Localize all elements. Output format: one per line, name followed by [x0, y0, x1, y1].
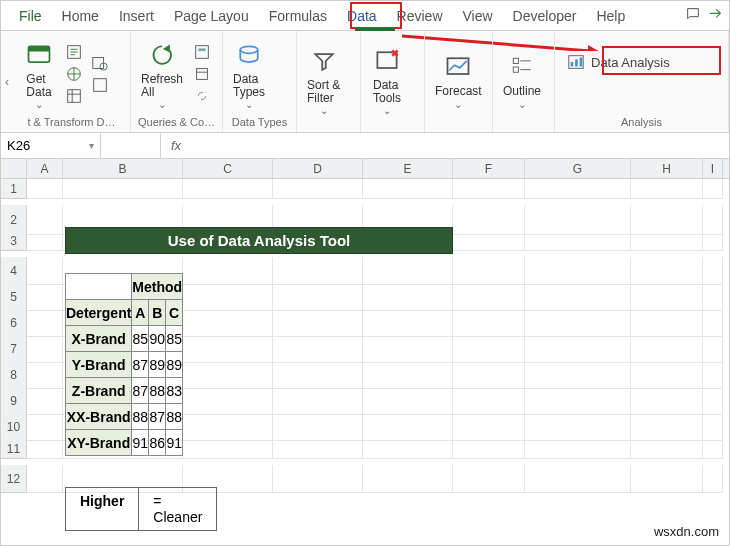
- row-header-7[interactable]: 7: [1, 335, 27, 363]
- tab-home[interactable]: Home: [52, 2, 109, 30]
- get-data-button[interactable]: Get Data⌄: [19, 37, 59, 112]
- row-header-12[interactable]: 12: [1, 465, 27, 493]
- cell[interactable]: [27, 413, 63, 441]
- cell[interactable]: [631, 309, 703, 337]
- tab-insert[interactable]: Insert: [109, 2, 164, 30]
- cell[interactable]: [27, 231, 63, 251]
- cell[interactable]: [183, 413, 273, 441]
- cell[interactable]: [703, 465, 723, 493]
- cell[interactable]: [703, 413, 723, 441]
- row-header-8[interactable]: 8: [1, 361, 27, 389]
- recent-sources-icon[interactable]: [91, 54, 111, 74]
- cell[interactable]: [631, 179, 703, 199]
- fx-icon[interactable]: fx: [161, 138, 191, 153]
- cell[interactable]: [525, 335, 631, 363]
- cell[interactable]: [453, 231, 525, 251]
- cell[interactable]: [183, 361, 273, 389]
- outline-button[interactable]: Outline⌄: [499, 49, 545, 111]
- from-web-icon[interactable]: [65, 65, 85, 85]
- cell[interactable]: [27, 283, 63, 311]
- cell[interactable]: [453, 309, 525, 337]
- cell[interactable]: [525, 439, 631, 459]
- row-header-6[interactable]: 6: [1, 309, 27, 337]
- tab-file[interactable]: File: [9, 2, 52, 30]
- cell[interactable]: [273, 283, 363, 311]
- col-header-I[interactable]: I: [703, 159, 723, 178]
- cell[interactable]: [453, 439, 525, 459]
- cell[interactable]: [363, 387, 453, 415]
- cell[interactable]: [453, 179, 525, 199]
- cell[interactable]: [703, 335, 723, 363]
- cell[interactable]: [273, 465, 363, 493]
- tab-page-layout[interactable]: Page Layou: [164, 2, 259, 30]
- cell[interactable]: [631, 465, 703, 493]
- cell[interactable]: [703, 361, 723, 389]
- row-header-9[interactable]: 9: [1, 387, 27, 415]
- col-header-B[interactable]: B: [63, 159, 183, 178]
- cell[interactable]: [631, 257, 703, 285]
- share-icon[interactable]: [707, 6, 723, 25]
- data-types-button[interactable]: Data Types⌄: [229, 37, 269, 112]
- cell[interactable]: [453, 257, 525, 285]
- cell[interactable]: [273, 439, 363, 459]
- cell[interactable]: [703, 257, 723, 285]
- cell[interactable]: [363, 309, 453, 337]
- properties-icon[interactable]: [193, 65, 213, 85]
- cell[interactable]: [273, 179, 363, 199]
- cell[interactable]: [525, 387, 631, 415]
- cell[interactable]: [363, 283, 453, 311]
- cell[interactable]: [525, 179, 631, 199]
- cell[interactable]: [273, 257, 363, 285]
- cell[interactable]: [453, 335, 525, 363]
- col-header-G[interactable]: G: [525, 159, 631, 178]
- cell[interactable]: [27, 335, 63, 363]
- row-header-1[interactable]: 1: [1, 179, 27, 199]
- cell[interactable]: [273, 413, 363, 441]
- cell[interactable]: [27, 309, 63, 337]
- cell[interactable]: [27, 439, 63, 459]
- cell[interactable]: [27, 257, 63, 285]
- cell[interactable]: [363, 179, 453, 199]
- tab-help[interactable]: Help: [586, 2, 635, 30]
- forecast-button[interactable]: Forecast⌄: [431, 49, 486, 111]
- data-analysis-button[interactable]: Data Analysis: [561, 49, 676, 75]
- edit-links-icon[interactable]: [193, 87, 213, 107]
- queries-icon[interactable]: [193, 43, 213, 63]
- cell[interactable]: [453, 387, 525, 415]
- from-table-icon[interactable]: [65, 87, 85, 107]
- cell[interactable]: [183, 283, 273, 311]
- tab-review[interactable]: Review: [387, 2, 453, 30]
- cell[interactable]: [525, 283, 631, 311]
- tab-data[interactable]: Data: [337, 2, 387, 30]
- cell[interactable]: [273, 387, 363, 415]
- cell[interactable]: [453, 283, 525, 311]
- cell[interactable]: [27, 465, 63, 493]
- cell[interactable]: [27, 179, 63, 199]
- name-box[interactable]: K26▾: [1, 133, 101, 158]
- cell[interactable]: [363, 465, 453, 493]
- cell[interactable]: [183, 257, 273, 285]
- data-tools-button[interactable]: Data Tools⌄: [367, 43, 407, 118]
- row-header-3[interactable]: 3: [1, 231, 27, 251]
- cell[interactable]: [631, 231, 703, 251]
- cell[interactable]: [525, 309, 631, 337]
- cell[interactable]: [631, 283, 703, 311]
- cell[interactable]: [183, 439, 273, 459]
- col-header-E[interactable]: E: [363, 159, 453, 178]
- cell[interactable]: [363, 439, 453, 459]
- cell[interactable]: [363, 257, 453, 285]
- cell[interactable]: [273, 361, 363, 389]
- comments-icon[interactable]: [685, 6, 701, 25]
- existing-connections-icon[interactable]: [91, 76, 111, 96]
- cell[interactable]: [27, 361, 63, 389]
- col-header-H[interactable]: H: [631, 159, 703, 178]
- cell[interactable]: [453, 361, 525, 389]
- col-header-A[interactable]: A: [27, 159, 63, 178]
- cell[interactable]: [363, 361, 453, 389]
- row-header-11[interactable]: 11: [1, 439, 27, 459]
- row-header-4[interactable]: 4: [1, 257, 27, 285]
- cell[interactable]: [703, 231, 723, 251]
- select-all-triangle[interactable]: [1, 159, 27, 178]
- cell[interactable]: [453, 465, 525, 493]
- cell[interactable]: [525, 231, 631, 251]
